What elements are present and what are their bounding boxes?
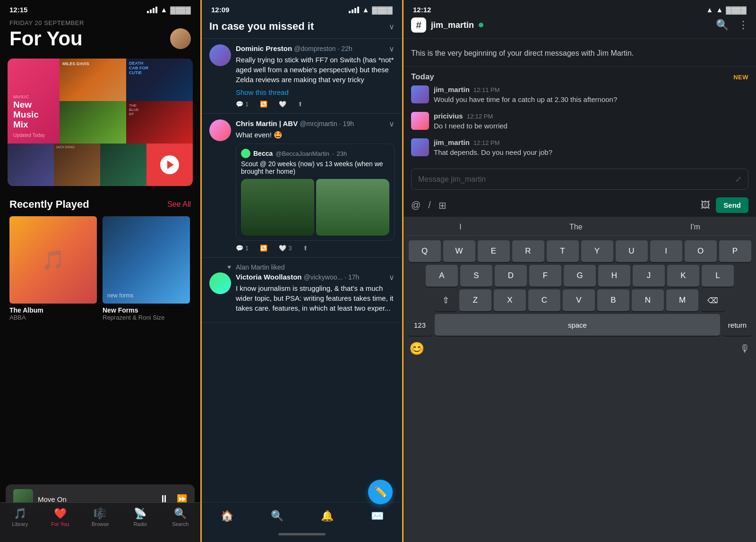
key-123[interactable]: 123 [407,314,432,336]
tweet-list: Dominic Preston @dompreston · 22h ∨ Real… [202,39,402,502]
show-thread-link[interactable]: Show this thread [236,88,289,96]
expand-icon[interactable]: ⤢ [735,175,741,184]
compose-tweet-button[interactable]: ✏️ [368,480,393,504]
twitter-header: In case you missed it ∨ [202,16,402,39]
microphone-icon[interactable]: 🎙 [740,343,750,355]
suggestion-1[interactable]: I [459,223,461,231]
album-item-2[interactable]: new forms New Forms Reprazent & Roni Siz… [103,216,190,321]
slack-msg-text-2: Do I need to be worried [434,121,507,131]
tw-tab-home[interactable]: 🏠 [202,510,252,522]
browse-icon: 🎼 [94,508,106,520]
key-x[interactable]: X [494,289,526,311]
key-z[interactable]: Z [459,289,491,311]
play-button[interactable] [160,155,179,174]
tab-browse[interactable]: 🎼 Browse [80,508,120,527]
slack-logo-icon: # [416,20,421,31]
new-music-mix-card[interactable]: MUSIC New MusicMix Updated Today MILES D… [8,59,193,186]
radio-icon: 📡 [134,508,146,520]
tweet-more-icon-2[interactable]: ∨ [389,119,395,128]
key-j[interactable]: J [633,265,665,287]
key-d[interactable]: D [495,265,527,287]
key-o[interactable]: O [685,240,717,262]
key-h[interactable]: H [598,265,630,287]
new-music-mix-cover: MUSIC New MusicMix Updated Today [8,59,60,144]
like-action-1[interactable]: 🤍 [279,101,286,108]
tweet-avatar-1 [209,44,231,66]
key-a[interactable]: A [426,265,458,287]
share-action-1[interactable]: ⬆ [298,101,303,108]
see-all-button[interactable]: See All [167,200,191,209]
key-n[interactable]: N [632,289,664,311]
avatar[interactable] [170,28,191,49]
small-album-1 [8,144,54,186]
key-y[interactable]: Y [581,240,613,262]
album-cover-newforms: new forms [103,216,190,304]
reply-action-1[interactable]: 💬 1 [236,101,249,108]
twitter-time: 12:09 [211,6,229,14]
key-v[interactable]: V [563,289,595,311]
tweet-more-icon-3[interactable]: ∨ [389,273,395,282]
slash-icon[interactable]: / [428,200,431,211]
key-shift[interactable]: ⇧ [435,289,457,311]
image-icon[interactable]: 🖼 [701,200,710,211]
key-e[interactable]: E [478,240,510,262]
np-info: Move On [38,495,154,503]
tweet-name-3: Victoria Woollaston [236,273,301,281]
key-t[interactable]: T [547,240,579,262]
retweet-action-2[interactable]: 🔁 [260,245,267,252]
slack-avatar-2 [411,112,429,130]
album-item-1[interactable]: 🎵 The Album ABBA [9,216,97,321]
key-space[interactable]: space [435,314,720,336]
key-f[interactable]: F [529,265,561,287]
slack-tools-left: @ / ⊞ [411,200,447,211]
music-status-bar: 12:15 ▲ ▓▓▓▓ [0,0,200,16]
tw-tab-notifications[interactable]: 🔔 [302,510,352,522]
tweet-text-2: What even! 🤩 [236,130,395,140]
tab-radio[interactable]: 📡 Radio [120,508,160,527]
key-return[interactable]: return [722,314,752,336]
key-l[interactable]: L [702,265,734,287]
key-q[interactable]: Q [409,240,441,262]
key-k[interactable]: K [667,265,699,287]
mention-icon[interactable]: @ [411,200,421,211]
send-button[interactable]: Send [716,197,748,213]
album-thumb-1: MILES DAVIS [60,59,126,101]
qt-age: 23h [337,150,347,157]
key-s[interactable]: S [460,265,492,287]
key-m[interactable]: M [666,289,698,311]
mix-title: New MusicMix [13,100,54,130]
emoji-icon[interactable]: 😊 [409,341,424,356]
tweet-more-icon-1[interactable]: ∨ [389,44,395,53]
tab-for-you[interactable]: ❤️ For You [40,508,80,527]
key-p[interactable]: P [719,240,751,262]
key-c[interactable]: C [528,289,560,311]
music-page-title: For You [9,29,83,49]
slack-msg-name-3: jim_martin [434,138,470,146]
keyboard-row-3: ⇧ Z X C V B N M ⌫ [405,289,754,311]
suggestion-3[interactable]: I'm [690,223,700,231]
reply-action-2[interactable]: 💬 1 [236,245,249,252]
share-action-2[interactable]: ⬆ [303,245,308,252]
key-delete[interactable]: ⌫ [701,289,725,311]
chevron-down-icon[interactable]: ∨ [389,22,395,31]
attachment-icon[interactable]: ⊞ [438,200,447,211]
suggestion-2[interactable]: The [569,223,583,231]
like-action-2[interactable]: 🤍 3 [279,245,292,252]
slack-more-icon[interactable]: ⋮ [738,19,748,31]
key-g[interactable]: G [564,265,596,287]
retweet-action-1[interactable]: 🔁 [260,101,267,108]
play-button-cell[interactable] [146,144,193,186]
np-title: Move On [38,495,154,503]
key-r[interactable]: R [512,240,544,262]
tw-tab-search[interactable]: 🔍 [252,510,302,522]
key-w[interactable]: W [443,240,475,262]
tw-tab-messages[interactable]: ✉️ [352,510,402,522]
tab-library[interactable]: 🎵 Library [0,508,40,527]
key-u[interactable]: U [616,240,648,262]
slack-input-area[interactable]: Message jim_martin ⤢ [411,169,748,190]
qt-handle: @BeccaJoanMartin [275,150,329,157]
slack-search-icon[interactable]: 🔍 [716,19,729,31]
tab-search[interactable]: 🔍 Search [160,508,200,527]
key-b[interactable]: B [597,289,629,311]
key-i[interactable]: I [650,240,682,262]
